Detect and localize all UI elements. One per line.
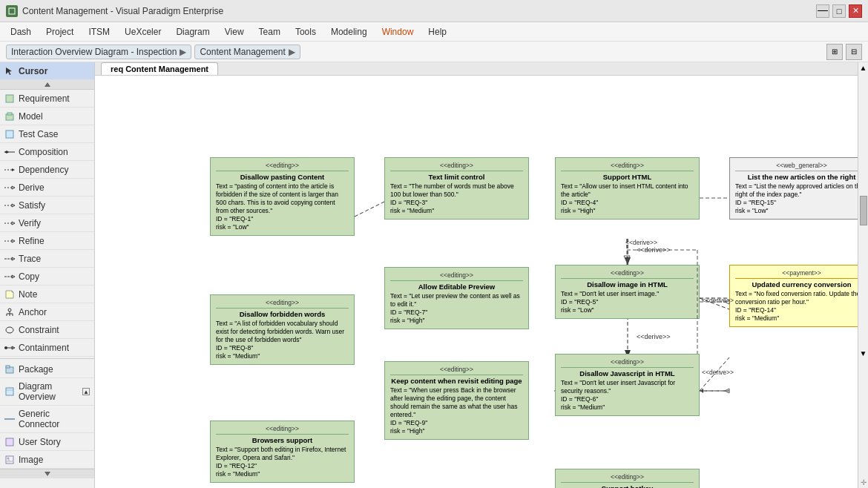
sidebar-item-generic-connector[interactable]: Generic Connector: [0, 406, 94, 433]
menu-window[interactable]: Window: [375, 22, 421, 41]
sidebar-item-dependency[interactable]: Dependency: [0, 161, 94, 179]
sidebar-derive-label: Derive: [19, 182, 45, 193]
card-text-limit[interactable]: <<editing>> Text limit control Text = "T…: [384, 157, 529, 220]
card-list-articles[interactable]: <<web_general>> List the new articles on…: [729, 157, 858, 220]
sidebar-scroll-down[interactable]: [0, 469, 94, 478]
scrollbar-thumb[interactable]: [860, 196, 867, 225]
card1-body: Text = "pasting of content into the arti…: [216, 182, 349, 231]
card11-body: Text = "Support both editing in Firefox,…: [216, 446, 349, 478]
main-layout: Cursor Requirement Model Test Case: [0, 62, 868, 488]
diagram-overview-expand[interactable]: ▲: [82, 388, 90, 395]
tab-bar: req Content Management: [95, 62, 858, 76]
sidebar-item-model[interactable]: Model: [0, 108, 94, 125]
card2-title: Text limit control: [390, 171, 523, 181]
svg-marker-70: [725, 389, 729, 393]
sidebar-item-cursor[interactable]: Cursor: [0, 62, 94, 80]
scrollbar-down[interactable]: ▼: [860, 349, 867, 357]
minimize-button[interactable]: —: [816, 4, 829, 18]
testcase-icon: [4, 129, 15, 139]
sidebar-item-requirement[interactable]: Requirement: [0, 90, 94, 108]
sidebar-item-derive[interactable]: Derive: [0, 179, 94, 197]
sidebar-package-label: Package: [19, 364, 53, 375]
card-disallow-javascript[interactable]: <<editing>> Disallow Javascript in HTML …: [555, 354, 700, 416]
breadcrumb-icon2[interactable]: ⊟: [846, 44, 862, 60]
svg-rect-7: [6, 131, 13, 138]
card-disallow-pasting[interactable]: <<editing>> Disallow pasting Content Tex…: [210, 157, 355, 236]
sidebar-containment-label: Containment: [19, 343, 69, 353]
breadcrumb-chevron2: ▶: [289, 47, 295, 57]
card-browsers-support[interactable]: <<editing>> Browsers support Text = "Sup…: [210, 421, 355, 483]
maximize-button[interactable]: □: [832, 4, 846, 18]
sidebar-item-image[interactable]: Image: [0, 451, 94, 469]
menu-team[interactable]: Team: [251, 22, 288, 41]
menu-help[interactable]: Help: [421, 22, 454, 41]
menu-tools[interactable]: Tools: [288, 22, 323, 41]
menu-dash[interactable]: Dash: [3, 22, 39, 41]
menu-modeling[interactable]: Modeling: [323, 22, 375, 41]
svg-marker-2: [6, 67, 12, 75]
sidebar-trace-label: Trace: [19, 254, 41, 264]
card-editable-preview[interactable]: <<editing>> Allow Editable Preview Text …: [384, 267, 529, 329]
diagram-tab-main[interactable]: req Content Management: [101, 62, 218, 75]
scrollbar-resize[interactable]: ✛: [861, 478, 867, 487]
card-forbidden-words[interactable]: <<editing>> Disallow forbidden words Tex…: [210, 294, 355, 365]
sidebar-item-verify[interactable]: Verify: [0, 214, 94, 232]
diagram-overview-icon: [4, 386, 15, 397]
sidebar-item-user-story[interactable]: User Story: [0, 433, 94, 451]
card-support-html[interactable]: <<editing>> Support HTML Text = "Allow u…: [555, 157, 700, 220]
window-controls: — □ ✕: [816, 4, 862, 18]
card-disallow-image[interactable]: <<editing>> Disallow image in HTML Text …: [555, 265, 700, 319]
breadcrumb-project[interactable]: Content Management ▶: [194, 44, 300, 59]
card3-stereotype: <<editing>>: [561, 162, 694, 169]
card7-body: Text = "No fixed conversion ratio. Updat…: [735, 290, 858, 323]
breadcrumb-icon1[interactable]: ⊞: [826, 44, 843, 60]
menu-uexceler[interactable]: UeXceler: [117, 22, 168, 41]
user-story-icon: [4, 437, 15, 447]
sidebar-anchor-label: Anchor: [19, 307, 47, 317]
window-title: Content Management - Visual Paradigm Ent…: [22, 6, 812, 16]
sidebar-item-composition[interactable]: Composition: [0, 143, 94, 161]
sidebar-item-satisfy[interactable]: Satisfy: [0, 197, 94, 214]
card4-title: List the new articles on the right: [735, 171, 858, 181]
card3-body: Text = "Allow user to insert HTML conten…: [561, 182, 694, 215]
anchor-icon: [4, 307, 15, 317]
close-button[interactable]: ✕: [849, 4, 862, 18]
menu-diagram[interactable]: Diagram: [168, 22, 217, 41]
satisfy-icon: [4, 200, 15, 211]
menu-project[interactable]: Project: [39, 22, 81, 41]
card6-body: Text = "Don't let user insert image."ID …: [561, 290, 694, 314]
sidebar-item-diagram-overview[interactable]: Diagram Overview ▲: [0, 378, 94, 406]
sidebar-satisfy-label: Satisfy: [19, 200, 45, 211]
sidebar-item-constraint[interactable]: Constraint: [0, 321, 94, 339]
menu-itsm[interactable]: ITSM: [81, 22, 117, 41]
sidebar-image-label: Image: [19, 455, 43, 465]
sidebar-item-copy[interactable]: Copy: [0, 268, 94, 286]
svg-point-25: [8, 309, 11, 311]
sidebar-item-anchor[interactable]: Anchor: [0, 303, 94, 321]
diagram-area[interactable]: req Content Management <<derive>>: [95, 62, 858, 488]
diagram-canvas[interactable]: <<derive>> <<derive>> <<edi: [95, 76, 858, 488]
sidebar-item-refine[interactable]: Refine: [0, 232, 94, 250]
generic-connector-icon: [4, 414, 15, 424]
sidebar-item-containment[interactable]: Containment: [0, 339, 94, 357]
sidebar-scroll-up[interactable]: [0, 80, 94, 90]
card-currency-conversion[interactable]: <<payment>> Updated currency conversion …: [729, 265, 858, 327]
sidebar-item-trace[interactable]: Trace: [0, 250, 94, 268]
svg-marker-57: [700, 389, 703, 393]
breadcrumb-icons: ⊞ ⊟: [826, 44, 862, 60]
sidebar-item-package[interactable]: Package: [0, 360, 94, 378]
card10-body: Text = "Don't let user insert Javascript…: [561, 379, 694, 412]
sidebar-item-testcase[interactable]: Test Case: [0, 125, 94, 143]
card-support-hotkey[interactable]: <<editing>> Support hotkey Text = "Let u…: [555, 469, 700, 488]
card9-stereotype: <<editing>>: [390, 366, 523, 373]
card4-stereotype: <<web_general>>: [735, 162, 858, 169]
right-scrollbar[interactable]: ▲ ▼ ✛: [858, 62, 868, 488]
menu-view[interactable]: View: [217, 22, 251, 41]
svg-point-30: [6, 327, 13, 333]
verify-icon: [4, 218, 15, 228]
scrollbar-up[interactable]: ▲: [860, 64, 867, 72]
sidebar-item-note[interactable]: Note: [0, 286, 94, 303]
card-keep-content[interactable]: <<editing>> Keep content when revisit ed…: [384, 361, 529, 440]
breadcrumb-diagram[interactable]: Interaction Overview Diagram - Inspectio…: [6, 44, 191, 59]
svg-marker-11: [12, 168, 15, 171]
